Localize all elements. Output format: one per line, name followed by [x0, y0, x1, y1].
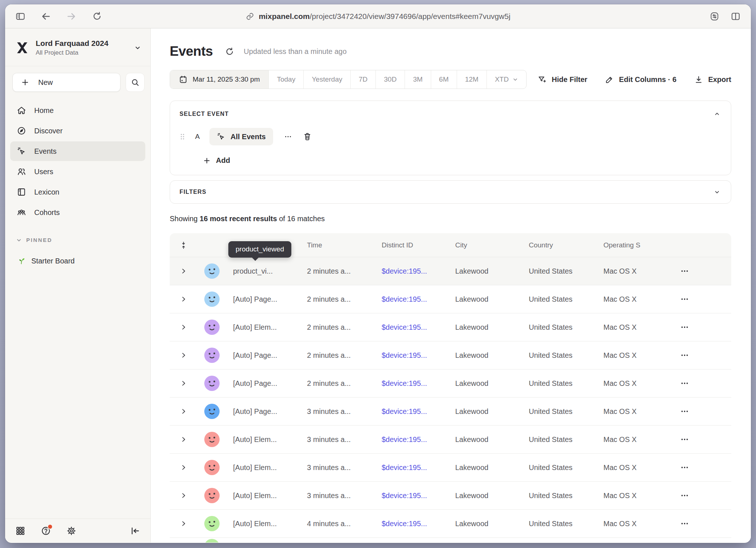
range-6m[interactable]: 6M [431, 70, 457, 89]
expand-row-icon[interactable] [180, 520, 187, 527]
expand-row-icon[interactable] [180, 380, 187, 387]
range-today[interactable]: Today [269, 70, 304, 89]
column-header-distinct-id[interactable]: Distinct ID [375, 241, 449, 249]
expand-row-icon[interactable] [180, 436, 187, 443]
event-os: Mac OS X [597, 295, 674, 304]
distinct-id-link[interactable]: $device:195... [382, 520, 427, 528]
expand-row-icon[interactable] [180, 295, 187, 303]
avatar [204, 403, 220, 419]
table-row[interactable]: [Auto] Elem... 2 minutes a... $device:19… [170, 313, 731, 341]
row-actions-icon[interactable] [680, 519, 731, 528]
sidebar-item-starter-board[interactable]: Starter Board [10, 252, 150, 270]
table-row[interactable]: [Auto] Page... 2 minutes a... $device:19… [170, 285, 731, 313]
collapse-all-icon[interactable] [180, 241, 188, 249]
expand-row-icon[interactable] [180, 324, 187, 331]
collapse-sidebar-icon[interactable] [130, 526, 140, 536]
hide-filter-button[interactable]: Hide Filter [538, 75, 587, 84]
distinct-id-link[interactable]: $device:195... [382, 379, 427, 387]
trash-icon[interactable] [303, 132, 312, 141]
distinct-id-link[interactable]: $device:195... [382, 295, 427, 303]
add-event-button[interactable]: Add [203, 156, 230, 165]
distinct-id-link[interactable]: $device:195... [382, 351, 427, 359]
filters-card[interactable]: FILTERS [170, 180, 731, 204]
table-row[interactable]: product_vi... 2 minutes a... $device:195… [170, 257, 731, 285]
distinct-id-link[interactable]: $device:195... [382, 407, 427, 415]
row-actions-icon[interactable] [680, 295, 731, 304]
row-actions-icon[interactable] [680, 267, 731, 275]
range-30d[interactable]: 30D [376, 70, 405, 89]
sidebar-item-home[interactable]: Home [10, 101, 145, 120]
address-bar[interactable]: mixpanel.com/project/3472420/view/397469… [245, 12, 510, 21]
search-button[interactable] [126, 73, 145, 92]
project-switcher[interactable]: Lord Farquaad 2024 All Project Data [5, 28, 150, 66]
sidebar-item-users[interactable]: Users [10, 162, 145, 181]
range-12m[interactable]: 12M [457, 70, 487, 89]
distinct-id-link[interactable]: $device:195... [382, 492, 427, 500]
table-row[interactable]: [Auto] Elem... 3 minutes a... $device:19… [170, 482, 731, 510]
table-row[interactable]: [Auto] Elem... 3 minutes a... $device:19… [170, 426, 731, 454]
chevron-down-icon[interactable] [713, 188, 721, 196]
range-xtd[interactable]: XTD [487, 70, 526, 89]
sidebar-item-lexicon[interactable]: Lexicon [10, 182, 145, 202]
table-row[interactable]: [Auto] Page... 2 minutes a... $device:19… [170, 341, 731, 369]
row-actions-icon[interactable] [680, 323, 731, 332]
refresh-icon[interactable] [225, 47, 234, 56]
distinct-id-link[interactable]: $device:195... [382, 435, 427, 443]
export-label: Export [708, 75, 731, 84]
range-yesterday[interactable]: Yesterday [304, 70, 351, 89]
all-events-label: All Events [231, 133, 266, 141]
drag-handle-icon[interactable] [180, 133, 185, 141]
split-view-icon[interactable] [731, 11, 741, 21]
distinct-id-link[interactable]: $device:195... [382, 323, 427, 331]
table-row[interactable]: [Auto] Page... 2 minutes a... $device:19… [170, 369, 731, 398]
column-header-os[interactable]: Operating S [597, 241, 674, 249]
sidebar-item-events[interactable]: Events [10, 141, 145, 161]
row-actions-icon[interactable] [680, 351, 731, 360]
row-actions-icon[interactable] [680, 463, 731, 472]
events-table-body: product_vi... 2 minutes a... $device:195… [170, 257, 731, 538]
avatar [204, 375, 220, 391]
column-header-country[interactable]: Country [522, 241, 597, 249]
column-header-city[interactable]: City [449, 241, 522, 249]
plus-icon [203, 157, 211, 165]
row-actions-icon[interactable] [680, 379, 731, 388]
export-button[interactable]: Export [694, 75, 731, 84]
sidebar-item-discover[interactable]: Discover [10, 121, 145, 141]
range-3m[interactable]: 3M [405, 70, 431, 89]
browser-sidebar-toggle-icon[interactable] [15, 11, 25, 21]
reload-icon[interactable] [92, 11, 102, 21]
date-picker[interactable]: Mar 11, 2025 3:30 pm [170, 70, 269, 89]
table-row[interactable]: [Auto] Elem... 3 minutes a... $device:19… [170, 454, 731, 482]
expand-row-icon[interactable] [180, 464, 187, 471]
download-icon [694, 75, 703, 84]
table-row[interactable]: [Auto] Page... 3 minutes a... $device:19… [170, 398, 731, 426]
chevron-up-icon[interactable] [713, 110, 721, 118]
event-time: 3 minutes a... [300, 492, 375, 500]
table-row[interactable]: [Auto] Elem... 4 minutes a... $device:19… [170, 510, 731, 538]
sidebar-item-cohorts[interactable]: Cohorts [10, 203, 145, 222]
expand-row-icon[interactable] [180, 267, 187, 275]
apps-grid-icon[interactable] [15, 526, 25, 536]
edit-columns-button[interactable]: Edit Columns · 6 [605, 75, 677, 84]
pinned-section-header[interactable]: PINNED [16, 237, 150, 243]
all-events-chip[interactable]: All Events [209, 128, 273, 145]
gear-icon[interactable] [66, 526, 76, 536]
new-button[interactable]: New [12, 73, 121, 92]
url-domain: mixpanel.com [259, 12, 310, 20]
row-actions-icon[interactable] [680, 407, 731, 416]
expand-row-icon[interactable] [180, 352, 187, 359]
event-options-icon[interactable] [282, 133, 294, 141]
range-7d[interactable]: 7D [351, 70, 376, 89]
expand-row-icon[interactable] [180, 492, 187, 499]
distinct-id-link[interactable]: $device:195... [382, 463, 427, 471]
back-icon[interactable] [41, 11, 51, 21]
event-os: Mac OS X [597, 463, 674, 472]
expand-row-icon[interactable] [180, 408, 187, 415]
page-settings-icon[interactable] [709, 11, 720, 21]
distinct-id-link[interactable]: $device:195... [382, 267, 427, 275]
help-button[interactable] [41, 526, 51, 536]
row-actions-icon[interactable] [680, 435, 731, 444]
avatar [204, 488, 220, 504]
column-header-time[interactable]: Time [300, 241, 375, 249]
row-actions-icon[interactable] [680, 491, 731, 500]
